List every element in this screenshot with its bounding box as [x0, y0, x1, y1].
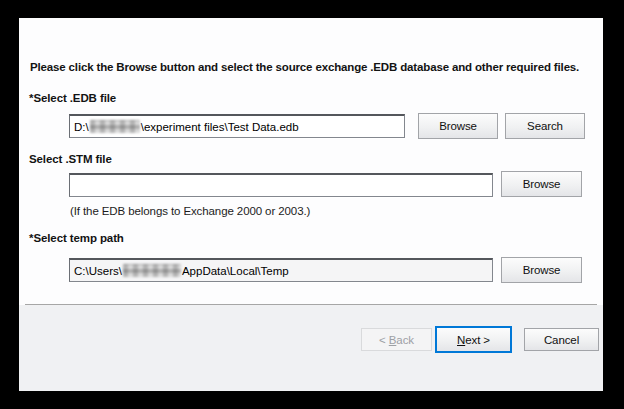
back-label-prefix: < [379, 334, 389, 346]
back-label-rest: ack [396, 334, 414, 346]
temp-path-input[interactable]: C:\Users\AppData\Local\Temp [69, 258, 493, 282]
next-label-rest: ext > [465, 334, 490, 346]
instruction-text: Please click the Browse button and selec… [30, 61, 579, 73]
temp-path-suffix: AppData\Local\Temp [182, 265, 289, 277]
stm-file-input[interactable] [69, 173, 493, 197]
screenshot-root: Please click the Browse button and selec… [0, 0, 624, 409]
edb-path-censored-blur [90, 120, 140, 133]
cancel-button[interactable]: Cancel [524, 328, 599, 351]
wizard-dialog: Please click the Browse button and selec… [19, 18, 603, 391]
footer-button-bar: < Back Next > Cancel [19, 305, 603, 391]
next-button[interactable]: Next > [435, 326, 512, 353]
back-button: < Back [361, 328, 432, 351]
temp-path-prefix: C:\Users\ [74, 265, 122, 277]
stm-hint-text: (If the EDB belongs to Exchange 2000 or … [70, 205, 310, 217]
edb-search-button[interactable]: Search [505, 113, 585, 139]
stm-browse-button[interactable]: Browse [501, 171, 582, 197]
next-label-mnemonic: N [457, 334, 465, 346]
edb-path-prefix: D:\ [74, 121, 89, 133]
temp-path-label: *Select temp path [29, 232, 124, 244]
stm-file-label: Select .STM file [29, 153, 112, 165]
temp-path-censored-blur [123, 264, 181, 277]
temp-browse-button[interactable]: Browse [501, 257, 582, 283]
edb-path-suffix: \experiment files\Test Data.edb [141, 121, 299, 133]
edb-file-input[interactable]: D:\\experiment files\Test Data.edb [69, 114, 405, 138]
edb-file-label: *Select .EDB file [29, 92, 116, 104]
edb-browse-button[interactable]: Browse [418, 113, 498, 139]
